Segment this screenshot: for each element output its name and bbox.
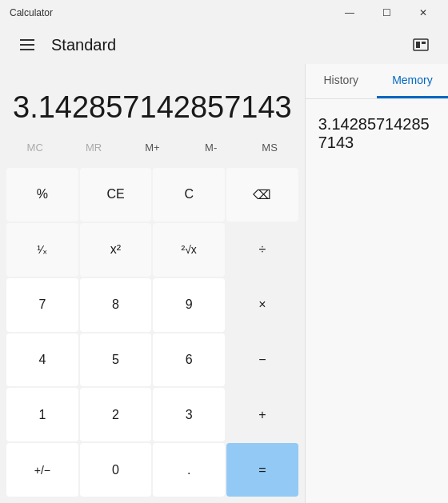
mc-button[interactable]: MC (6, 131, 63, 163)
memory-icon-button[interactable] (406, 30, 435, 59)
decimal-button[interactable]: . (153, 443, 225, 497)
ce-button[interactable]: CE (80, 168, 152, 222)
negate-button[interactable]: +/− (6, 443, 78, 497)
main-area: 3.142857142857143 MC MR M+ M- MS % CE C … (0, 64, 448, 503)
mminus-button[interactable]: M- (182, 131, 239, 163)
zero-button[interactable]: 0 (80, 443, 152, 497)
svg-rect-2 (422, 42, 426, 44)
sqrt-button[interactable]: ²√x (153, 223, 225, 277)
backspace-button[interactable]: ⌫ (226, 168, 298, 222)
close-button[interactable]: ✕ (405, 0, 442, 26)
app-title-label: Calculator (10, 7, 53, 18)
nine-button[interactable]: 9 (153, 278, 225, 332)
memory-row: MC MR M+ M- MS (0, 128, 305, 166)
seven-button[interactable]: 7 (6, 278, 78, 332)
two-button[interactable]: 2 (80, 388, 152, 441)
app-header: Standard (0, 26, 448, 64)
svg-rect-0 (414, 39, 428, 50)
hamburger-button[interactable] (13, 30, 42, 59)
minimize-button[interactable]: — (331, 0, 368, 26)
calculator-panel: 3.142857142857143 MC MR M+ M- MS % CE C … (0, 64, 305, 503)
multiply-button[interactable]: × (226, 278, 298, 332)
title-bar: Calculator — ☐ ✕ (0, 0, 448, 26)
display-area: 3.142857142857143 (0, 64, 305, 128)
memory-stored-value: 3.142857142857143 (315, 109, 438, 158)
tab-history[interactable]: History (306, 64, 377, 98)
ms-button[interactable]: MS (241, 131, 298, 163)
calculator-mode-title: Standard (51, 36, 397, 54)
reciprocal-button[interactable]: ¹⁄ₓ (6, 223, 78, 277)
tab-memory[interactable]: Memory (377, 64, 448, 98)
title-bar-controls: — ☐ ✕ (331, 0, 442, 26)
three-button[interactable]: 3 (153, 388, 225, 441)
add-button[interactable]: + (226, 388, 298, 441)
title-bar-left: Calculator (10, 7, 53, 18)
hamburger-icon (20, 39, 34, 50)
one-button[interactable]: 1 (6, 388, 78, 441)
tab-bar: History Memory (306, 64, 448, 99)
divide-button[interactable]: ÷ (226, 223, 298, 277)
equals-button[interactable]: = (226, 443, 298, 497)
side-panel: History Memory 3.142857142857143 (305, 64, 448, 503)
square-button[interactable]: x² (80, 223, 152, 277)
svg-rect-1 (416, 42, 420, 48)
four-button[interactable]: 4 (6, 333, 78, 387)
subtract-button[interactable]: − (226, 333, 298, 387)
eight-button[interactable]: 8 (80, 278, 152, 332)
mplus-button[interactable]: M+ (124, 131, 181, 163)
maximize-button[interactable]: ☐ (368, 0, 405, 26)
button-grid: % CE C ⌫ ¹⁄ₓ x² ²√x ÷ 7 8 9 × 4 5 6 − 1 … (0, 166, 305, 503)
memory-panel-icon (413, 38, 429, 51)
percent-button[interactable]: % (6, 168, 78, 222)
mr-button[interactable]: MR (65, 131, 122, 163)
clear-button[interactable]: C (153, 168, 225, 222)
five-button[interactable]: 5 (80, 333, 152, 387)
display-value: 3.142857142857143 (13, 90, 292, 125)
memory-panel-content: 3.142857142857143 (306, 99, 448, 503)
six-button[interactable]: 6 (153, 333, 225, 387)
